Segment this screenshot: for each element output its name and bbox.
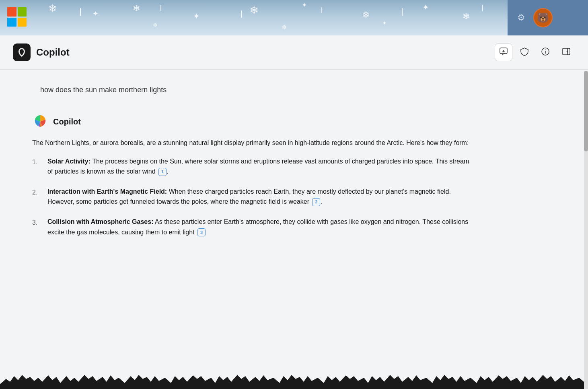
top-right-controls: ⚙ 🐻 [508,0,588,35]
info-icon [541,47,550,58]
scrollbar-thumb[interactable] [584,71,588,151]
svg-line-10 [567,52,568,52]
snowflake-decoration: ❄ ✦ ❄ ✦ ❄ ✦ ❄ ✦ ❄ ✦ ❄ ❄ ✦ [0,0,588,35]
list-item: 1. Solar Activity: The process begins on… [32,156,475,177]
list-item: 2. Interaction with Earth's Magnetic Fie… [32,186,475,207]
avatar-icon: 🐻 [537,12,549,23]
list-text-1: The process begins on the Sun, where sol… [47,158,469,175]
response-list: 1. Solar Activity: The process begins on… [32,156,475,247]
copilot-response-name: Copilot [53,117,81,126]
scrollbar-track[interactable] [584,71,588,389]
user-avatar[interactable]: 🐻 [533,8,553,27]
microsoft-logo[interactable] [7,7,27,27]
copilot-response-header: Copilot [32,114,564,130]
list-item: 3. Collision with Atmospheric Gases: As … [32,217,475,237]
copilot-header: Copilot [0,35,588,70]
top-banner: ❄ ✦ ❄ ✦ ❄ ✦ ❄ ✦ ❄ ✦ ❄ ❄ ✦ ⚙ 🐻 [0,0,588,35]
list-bold-2: Interaction with Earth's Magnetic Field: [47,188,167,195]
chat-area[interactable]: how does the sun make morthern lights [0,70,588,389]
new-chat-button[interactable] [495,43,512,61]
response-intro: The Northern Lights, or aurora borealis,… [32,138,475,148]
shield-button[interactable] [516,43,533,61]
settings-button[interactable]: ⚙ [514,10,528,25]
copilot-colorful-logo [32,114,48,130]
citation-3[interactable]: 3 [197,228,206,236]
copilot-title: Copilot [36,47,70,58]
citation-1[interactable]: 1 [158,168,167,176]
svg-rect-7 [563,48,570,55]
list-bold-3: Collision with Atmospheric Gases: [47,218,153,225]
list-bold-1: Solar Activity: [47,158,90,165]
bottom-decoration [0,373,588,389]
citation-2[interactable]: 2 [312,198,320,206]
info-button[interactable] [537,43,554,61]
new-chat-icon [499,47,508,58]
list-content-1: Solar Activity: The process begins on th… [47,156,475,177]
list-content-2: Interaction with Earth's Magnetic Field:… [47,186,475,207]
side-panel-button[interactable] [557,43,575,61]
copilot-dark-logo [13,43,31,61]
shield-icon [520,47,529,58]
list-content-3: Collision with Atmospheric Gases: As the… [47,217,475,237]
user-message: how does the sun make morthern lights [32,86,564,94]
gear-icon: ⚙ [517,12,525,23]
list-number-3: 3. [32,217,42,237]
copilot-response: Copilot The Northern Lights, or aurora b… [32,114,564,247]
side-panel-icon [562,47,571,58]
header-actions [495,43,575,61]
list-number-2: 2. [32,186,42,207]
main-content: Copilot [0,35,588,389]
list-number-1: 1. [32,156,42,177]
svg-point-6 [545,50,546,50]
